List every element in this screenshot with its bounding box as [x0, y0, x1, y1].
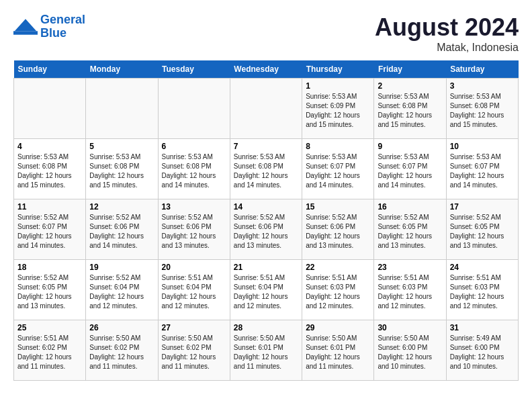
calendar-day-header: Tuesday: [158, 60, 230, 79]
day-number: 1: [306, 81, 370, 91]
calendar-cell: 22Sunrise: 5:51 AM Sunset: 6:03 PM Dayli…: [302, 260, 374, 320]
calendar-cell: 30Sunrise: 5:50 AM Sunset: 6:00 PM Dayli…: [374, 320, 446, 381]
day-number: 19: [89, 263, 154, 272]
calendar-cell: 16Sunrise: 5:52 AM Sunset: 6:05 PM Dayli…: [374, 199, 446, 260]
calendar-cell: [14, 79, 86, 139]
day-number: 13: [162, 202, 226, 212]
calendar-header-row: SundayMondayTuesdayWednesdayThursdayFrid…: [14, 60, 519, 79]
day-number: 20: [162, 263, 226, 272]
day-info: Sunrise: 5:52 AM Sunset: 6:05 PM Dayligh…: [450, 213, 515, 250]
day-info: Sunrise: 5:52 AM Sunset: 6:06 PM Dayligh…: [162, 213, 226, 250]
calendar-cell: 29Sunrise: 5:50 AM Sunset: 6:01 PM Dayli…: [302, 320, 374, 381]
day-info: Sunrise: 5:50 AM Sunset: 6:01 PM Dayligh…: [306, 334, 370, 371]
calendar-cell: 26Sunrise: 5:50 AM Sunset: 6:02 PM Dayli…: [86, 320, 158, 381]
calendar-day-header: Saturday: [446, 60, 518, 79]
day-info: Sunrise: 5:53 AM Sunset: 6:08 PM Dayligh…: [378, 92, 442, 130]
day-number: 11: [17, 202, 82, 212]
day-info: Sunrise: 5:52 AM Sunset: 6:05 PM Dayligh…: [17, 273, 82, 311]
day-number: 9: [378, 142, 442, 151]
day-info: Sunrise: 5:50 AM Sunset: 6:02 PM Dayligh…: [162, 334, 226, 371]
calendar-cell: 7Sunrise: 5:53 AM Sunset: 6:08 PM Daylig…: [230, 139, 302, 199]
calendar-week-row: 11Sunrise: 5:52 AM Sunset: 6:07 PM Dayli…: [14, 199, 519, 260]
calendar-day-header: Thursday: [302, 60, 374, 79]
title-block: August 2024 Matak, Indonesia: [375, 13, 519, 54]
calendar-cell: 1Sunrise: 5:53 AM Sunset: 6:09 PM Daylig…: [302, 79, 374, 139]
day-number: 2: [378, 81, 442, 91]
day-number: 27: [162, 323, 226, 332]
day-info: Sunrise: 5:52 AM Sunset: 6:06 PM Dayligh…: [234, 213, 298, 250]
calendar-cell: 10Sunrise: 5:53 AM Sunset: 6:07 PM Dayli…: [446, 139, 518, 199]
day-info: Sunrise: 5:53 AM Sunset: 6:09 PM Dayligh…: [306, 92, 370, 130]
day-info: Sunrise: 5:51 AM Sunset: 6:03 PM Dayligh…: [450, 273, 515, 311]
calendar-cell: 21Sunrise: 5:51 AM Sunset: 6:04 PM Dayli…: [230, 260, 302, 320]
calendar-cell: 14Sunrise: 5:52 AM Sunset: 6:06 PM Dayli…: [230, 199, 302, 260]
day-info: Sunrise: 5:53 AM Sunset: 6:07 PM Dayligh…: [450, 152, 515, 190]
calendar-cell: 27Sunrise: 5:50 AM Sunset: 6:02 PM Dayli…: [158, 320, 230, 381]
calendar-cell: 31Sunrise: 5:49 AM Sunset: 6:00 PM Dayli…: [446, 320, 518, 381]
calendar-cell: 24Sunrise: 5:51 AM Sunset: 6:03 PM Dayli…: [446, 260, 518, 320]
svg-rect-1: [13, 31, 38, 34]
day-info: Sunrise: 5:53 AM Sunset: 6:07 PM Dayligh…: [306, 152, 370, 190]
day-info: Sunrise: 5:52 AM Sunset: 6:05 PM Dayligh…: [378, 213, 442, 250]
day-info: Sunrise: 5:53 AM Sunset: 6:08 PM Dayligh…: [450, 92, 515, 130]
day-info: Sunrise: 5:49 AM Sunset: 6:00 PM Dayligh…: [450, 334, 515, 371]
calendar-cell: [158, 79, 230, 139]
calendar-cell: 6Sunrise: 5:53 AM Sunset: 6:08 PM Daylig…: [158, 139, 230, 199]
day-info: Sunrise: 5:52 AM Sunset: 6:06 PM Dayligh…: [89, 213, 154, 250]
day-number: 7: [234, 142, 298, 151]
logo-icon: [13, 17, 38, 36]
day-info: Sunrise: 5:51 AM Sunset: 6:03 PM Dayligh…: [306, 273, 370, 311]
day-info: Sunrise: 5:51 AM Sunset: 6:04 PM Dayligh…: [162, 273, 226, 311]
day-number: 6: [162, 142, 226, 151]
day-number: 29: [306, 323, 370, 332]
day-info: Sunrise: 5:52 AM Sunset: 6:07 PM Dayligh…: [17, 213, 82, 250]
day-info: Sunrise: 5:53 AM Sunset: 6:08 PM Dayligh…: [234, 152, 298, 190]
calendar-cell: 23Sunrise: 5:51 AM Sunset: 6:03 PM Dayli…: [374, 260, 446, 320]
calendar-week-row: 1Sunrise: 5:53 AM Sunset: 6:09 PM Daylig…: [14, 79, 519, 139]
calendar-week-row: 25Sunrise: 5:51 AM Sunset: 6:02 PM Dayli…: [14, 320, 519, 381]
day-number: 18: [17, 263, 82, 272]
calendar-cell: 8Sunrise: 5:53 AM Sunset: 6:07 PM Daylig…: [302, 139, 374, 199]
day-info: Sunrise: 5:51 AM Sunset: 6:03 PM Dayligh…: [378, 273, 442, 311]
day-number: 16: [378, 202, 442, 212]
day-info: Sunrise: 5:53 AM Sunset: 6:07 PM Dayligh…: [378, 152, 442, 190]
calendar-cell: 11Sunrise: 5:52 AM Sunset: 6:07 PM Dayli…: [14, 199, 86, 260]
day-number: 3: [450, 81, 515, 91]
day-number: 14: [234, 202, 298, 212]
calendar-week-row: 18Sunrise: 5:52 AM Sunset: 6:05 PM Dayli…: [14, 260, 519, 320]
calendar-cell: 12Sunrise: 5:52 AM Sunset: 6:06 PM Dayli…: [86, 199, 158, 260]
logo: General Blue: [13, 13, 85, 40]
logo-text: General Blue: [40, 13, 85, 40]
calendar-day-header: Friday: [374, 60, 446, 79]
day-info: Sunrise: 5:50 AM Sunset: 6:00 PM Dayligh…: [378, 334, 442, 371]
calendar-table: SundayMondayTuesdayWednesdayThursdayFrid…: [13, 60, 519, 381]
calendar-cell: 19Sunrise: 5:52 AM Sunset: 6:04 PM Dayli…: [86, 260, 158, 320]
calendar-cell: 4Sunrise: 5:53 AM Sunset: 6:08 PM Daylig…: [14, 139, 86, 199]
calendar-cell: 13Sunrise: 5:52 AM Sunset: 6:06 PM Dayli…: [158, 199, 230, 260]
calendar-cell: [86, 79, 158, 139]
calendar-day-header: Wednesday: [230, 60, 302, 79]
calendar-week-row: 4Sunrise: 5:53 AM Sunset: 6:08 PM Daylig…: [14, 139, 519, 199]
day-number: 25: [17, 323, 82, 332]
day-info: Sunrise: 5:53 AM Sunset: 6:08 PM Dayligh…: [162, 152, 226, 190]
day-number: 8: [306, 142, 370, 151]
calendar-cell: 15Sunrise: 5:52 AM Sunset: 6:06 PM Dayli…: [302, 199, 374, 260]
day-number: 10: [450, 142, 515, 151]
day-number: 17: [450, 202, 515, 212]
day-number: 31: [450, 323, 515, 332]
main-title: August 2024: [375, 13, 519, 42]
calendar-cell: 3Sunrise: 5:53 AM Sunset: 6:08 PM Daylig…: [446, 79, 518, 139]
calendar-cell: 2Sunrise: 5:53 AM Sunset: 6:08 PM Daylig…: [374, 79, 446, 139]
day-number: 28: [234, 323, 298, 332]
day-info: Sunrise: 5:51 AM Sunset: 6:02 PM Dayligh…: [17, 334, 82, 371]
calendar-cell: 9Sunrise: 5:53 AM Sunset: 6:07 PM Daylig…: [374, 139, 446, 199]
day-number: 4: [17, 142, 82, 151]
day-number: 26: [89, 323, 154, 332]
svg-marker-0: [15, 19, 36, 31]
calendar-day-header: Monday: [86, 60, 158, 79]
day-number: 30: [378, 323, 442, 332]
sub-title: Matak, Indonesia: [375, 42, 519, 54]
day-number: 22: [306, 263, 370, 272]
day-number: 24: [450, 263, 515, 272]
day-info: Sunrise: 5:52 AM Sunset: 6:06 PM Dayligh…: [306, 213, 370, 250]
